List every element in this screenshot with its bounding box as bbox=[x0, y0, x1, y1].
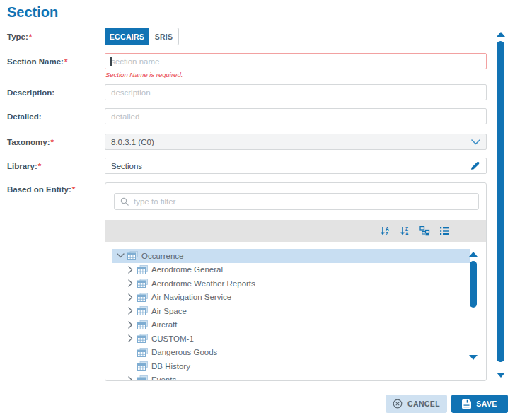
save-button[interactable]: SAVE bbox=[451, 395, 508, 413]
required-asterisk: * bbox=[72, 185, 75, 194]
tree-item[interactable]: Air Navigation Service bbox=[112, 291, 470, 305]
tree-scrollbar-thumb[interactable] bbox=[470, 261, 477, 308]
section-name-placeholder: section name bbox=[111, 57, 159, 66]
tree-scroll-down-arrow[interactable] bbox=[469, 355, 478, 360]
library-value: Sections bbox=[111, 162, 142, 170]
tree-item-label: Air Navigation Service bbox=[151, 293, 231, 301]
entity-table-icon bbox=[137, 334, 148, 343]
detailed-placeholder: detailed bbox=[111, 112, 139, 121]
page-scroll-up-arrow[interactable] bbox=[497, 32, 505, 37]
page-scroll-down-arrow[interactable] bbox=[497, 373, 505, 378]
detailed-label: Detailed: bbox=[7, 112, 42, 121]
tree-item-label: Aerodrome Weather Reports bbox=[151, 279, 255, 288]
description-placeholder: description bbox=[111, 88, 151, 97]
sort-alpha-ascending-icon[interactable]: AZ bbox=[380, 226, 390, 236]
taxonomy-value: 8.0.3.1 (C0) bbox=[111, 138, 154, 146]
tree-item[interactable]: Aerodrome Weather Reports bbox=[112, 276, 470, 291]
tree-item-label: Air Space bbox=[151, 307, 187, 315]
text-cursor bbox=[110, 57, 112, 66]
sort-alpha-descending-icon[interactable]: ZA bbox=[400, 226, 410, 236]
section-name-input[interactable]: section name bbox=[105, 53, 487, 69]
cancel-button[interactable]: CANCEL bbox=[386, 395, 447, 413]
page-scrollbar-thumb[interactable] bbox=[497, 41, 504, 362]
entity-table-icon bbox=[137, 293, 148, 302]
entity-table-icon bbox=[137, 348, 148, 357]
required-asterisk: * bbox=[29, 33, 32, 41]
chevron-right-icon[interactable] bbox=[126, 265, 134, 274]
tree-item-label: DB History bbox=[151, 362, 190, 371]
svg-text:Z: Z bbox=[386, 231, 388, 236]
section-name-error: Section Name is required. bbox=[105, 71, 183, 78]
svg-text:A: A bbox=[405, 231, 409, 236]
tree-scroll-up-arrow[interactable] bbox=[469, 252, 478, 257]
entity-tree: OccurrenceAerodrome GeneralAerodrome Wea… bbox=[105, 244, 486, 380]
entity-table-icon bbox=[137, 279, 148, 288]
entity-toolbar: AZ ZA bbox=[105, 220, 486, 242]
save-button-label: SAVE bbox=[476, 399, 497, 408]
tree-item-label: Occurrence bbox=[141, 252, 183, 260]
entity-filter-input[interactable]: type to filter bbox=[114, 193, 479, 210]
tree-item[interactable]: Events bbox=[112, 373, 470, 381]
entity-table-icon bbox=[127, 251, 138, 260]
detailed-input[interactable]: detailed bbox=[105, 108, 487, 124]
tree-item-label: CUSTOM-1 bbox=[151, 334, 194, 343]
type-toggle-group: ECCAIRS SRIS bbox=[105, 28, 487, 45]
type-label: Type:* bbox=[7, 33, 32, 41]
cancel-button-label: CANCEL bbox=[407, 399, 440, 408]
tree-item[interactable]: DB History bbox=[112, 359, 470, 373]
tree-item[interactable]: CUSTOM-1 bbox=[112, 332, 470, 346]
chevron-right-icon[interactable] bbox=[126, 334, 134, 343]
taxonomy-select[interactable]: 8.0.3.1 (C0) bbox=[105, 134, 487, 150]
tree-item-label: Dangerous Goods bbox=[151, 348, 217, 356]
type-option-sris[interactable]: SRIS bbox=[149, 28, 179, 45]
chevron-spacer bbox=[126, 348, 134, 356]
required-asterisk: * bbox=[64, 57, 67, 66]
entity-filter-placeholder: type to filter bbox=[134, 197, 175, 206]
section-form-page: Section Type:* ECCAIRS SRIS Section Name… bbox=[0, 0, 515, 420]
tree-item-label: Aerodrome General bbox=[151, 265, 223, 274]
tree-item[interactable]: Dangerous Goods bbox=[112, 346, 470, 360]
taxonomy-label: Taxonomy:* bbox=[7, 138, 54, 146]
entity-table-icon bbox=[137, 306, 148, 315]
entity-table-icon bbox=[137, 265, 148, 274]
svg-text:Z: Z bbox=[405, 226, 408, 231]
list-view-icon[interactable] bbox=[439, 226, 450, 236]
chevron-down-icon[interactable] bbox=[471, 139, 480, 145]
library-input[interactable]: Sections bbox=[105, 158, 487, 174]
tree-item[interactable]: Aerodrome General bbox=[112, 263, 470, 277]
entity-table-icon bbox=[137, 375, 148, 380]
chevron-down-icon[interactable] bbox=[116, 252, 125, 260]
section-name-label: Section Name:* bbox=[7, 57, 67, 66]
type-option-eccairs[interactable]: ECCAIRS bbox=[105, 28, 149, 45]
tree-view-icon[interactable] bbox=[419, 226, 430, 236]
based-on-entity-label: Based on Entity:* bbox=[7, 185, 75, 194]
search-icon bbox=[120, 197, 129, 206]
tree-item[interactable]: Air Space bbox=[112, 304, 470, 318]
entity-table-icon bbox=[137, 361, 148, 371]
chevron-right-icon[interactable] bbox=[126, 279, 134, 288]
description-label: Description: bbox=[7, 88, 54, 97]
chevron-right-icon[interactable] bbox=[126, 307, 134, 315]
entity-table-icon bbox=[137, 320, 148, 329]
svg-text:A: A bbox=[386, 226, 389, 231]
cancel-circle-x-icon bbox=[393, 399, 403, 409]
edit-pencil-icon[interactable] bbox=[470, 161, 480, 171]
chevron-right-icon[interactable] bbox=[126, 375, 134, 380]
required-asterisk: * bbox=[38, 162, 41, 170]
library-label: Library:* bbox=[7, 162, 41, 170]
tree-item[interactable]: Occurrence bbox=[112, 249, 470, 263]
entity-picker-panel: type to filter AZ ZA OccurrenceAerodrome… bbox=[105, 182, 487, 381]
page-title: Section bbox=[7, 4, 58, 21]
chevron-right-icon[interactable] bbox=[126, 293, 134, 301]
tree-item-label: Aircraft bbox=[151, 320, 177, 329]
chevron-right-icon[interactable] bbox=[126, 320, 134, 329]
required-asterisk: * bbox=[51, 138, 54, 146]
tree-item-label: Events bbox=[151, 375, 176, 380]
tree-item[interactable]: Aircraft bbox=[112, 318, 470, 332]
chevron-spacer bbox=[126, 362, 134, 371]
save-floppy-icon bbox=[462, 399, 471, 409]
description-input[interactable]: description bbox=[105, 84, 487, 100]
